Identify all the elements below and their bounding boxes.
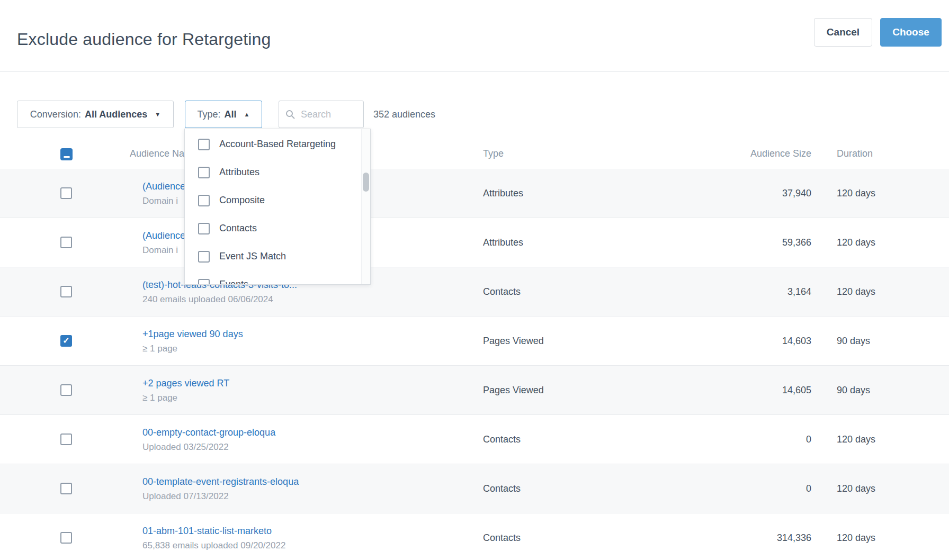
audience-size: 314,336 bbox=[777, 532, 811, 544]
audience-duration: 120 days bbox=[837, 483, 875, 494]
audience-size: 14,603 bbox=[782, 336, 811, 347]
type-option-label: Account-Based Retargeting bbox=[219, 139, 336, 150]
table-row[interactable]: (Audience Domain i Attributes 37,940 120… bbox=[0, 169, 949, 218]
type-option-checkbox[interactable] bbox=[198, 251, 210, 263]
type-dropdown-items: Account-Based Retargeting Attributes Com… bbox=[185, 130, 370, 285]
row-checkbox[interactable] bbox=[60, 187, 72, 199]
audience-subtext: 65,838 emails uploaded 09/20/2022 bbox=[142, 540, 285, 551]
audience-size: 0 bbox=[806, 483, 811, 494]
type-option-label: Event JS Match bbox=[219, 251, 286, 262]
column-header-duration: Duration bbox=[837, 148, 873, 159]
column-header-audience-size: Audience Size bbox=[750, 148, 811, 159]
type-dropdown-item[interactable]: Attributes bbox=[185, 158, 370, 186]
audience-name-cell: +1page viewed 90 days ≥ 1 page bbox=[142, 328, 243, 354]
select-all-checkbox-indeterminate[interactable] bbox=[60, 148, 73, 160]
audience-size: 37,940 bbox=[782, 188, 811, 199]
row-checkbox[interactable] bbox=[60, 286, 72, 297]
table-row[interactable]: (Audience Domain i Attributes 59,366 120… bbox=[0, 218, 949, 267]
audience-duration: 120 days bbox=[837, 286, 875, 297]
exclude-audience-modal: Exclude audience for Retargeting Cancel … bbox=[0, 0, 949, 560]
audience-duration: 120 days bbox=[837, 237, 875, 248]
audience-duration: 120 days bbox=[837, 188, 875, 199]
type-filter-value: All bbox=[225, 109, 237, 120]
type-dropdown-menu: Account-Based Retargeting Attributes Com… bbox=[184, 129, 371, 285]
type-option-checkbox[interactable] bbox=[198, 195, 210, 206]
type-option-label: Events bbox=[219, 279, 248, 285]
table-row[interactable]: +2 pages viewed RT ≥ 1 page Pages Viewed… bbox=[0, 366, 949, 415]
table-row[interactable]: (test)-hot-leads-contacts-3-visits-to...… bbox=[0, 267, 949, 317]
row-checkbox[interactable] bbox=[60, 433, 72, 445]
audience-type: Contacts bbox=[483, 286, 521, 297]
table-row[interactable]: 00-empty-contact-group-eloqua Uploaded 0… bbox=[0, 415, 949, 464]
audience-name-link[interactable]: 01-abm-101-static-list-marketo bbox=[142, 525, 285, 537]
audience-duration: 120 days bbox=[837, 434, 875, 445]
audience-name-link[interactable]: +1page viewed 90 days bbox=[142, 328, 243, 340]
audience-type: Pages Viewed bbox=[483, 385, 544, 396]
audience-type: Pages Viewed bbox=[483, 336, 544, 347]
audience-subtext: ≥ 1 page bbox=[142, 393, 229, 403]
audience-name-cell: (Audience Domain i bbox=[142, 230, 185, 256]
page-title: Exclude audience for Retargeting bbox=[17, 30, 271, 49]
audience-type: Contacts bbox=[483, 434, 521, 445]
audience-subtext: Uploaded 07/13/2022 bbox=[142, 491, 299, 502]
cancel-button[interactable]: Cancel bbox=[814, 18, 872, 47]
choose-button[interactable]: Choose bbox=[880, 18, 942, 47]
audience-subtext: Domain i bbox=[142, 245, 185, 256]
modal-header: Exclude audience for Retargeting Cancel … bbox=[0, 0, 949, 72]
audience-name-cell: 01-abm-101-static-list-marketo 65,838 em… bbox=[142, 525, 285, 551]
audience-name-cell: 00-empty-contact-group-eloqua Uploaded 0… bbox=[142, 427, 275, 453]
table-row[interactable]: 00-template-event-registrants-eloqua Upl… bbox=[0, 464, 949, 513]
audience-size: 59,366 bbox=[782, 237, 811, 248]
audience-type: Attributes bbox=[483, 237, 523, 248]
audience-name-cell: (Audience Domain i bbox=[142, 180, 185, 206]
audience-type: Contacts bbox=[483, 483, 521, 494]
type-option-checkbox[interactable] bbox=[198, 167, 210, 178]
audience-size: 0 bbox=[806, 434, 811, 445]
table-row[interactable]: 01-abm-101-static-list-marketo 65,838 em… bbox=[0, 513, 949, 560]
audience-name-cell: +2 pages viewed RT ≥ 1 page bbox=[142, 377, 229, 403]
audience-name-link[interactable]: (Audience bbox=[142, 180, 185, 192]
conversion-filter-value: All Audiences bbox=[85, 109, 147, 120]
type-dropdown-item[interactable]: Composite bbox=[185, 186, 370, 214]
conversion-filter-label: Conversion: bbox=[30, 109, 81, 120]
type-dropdown-item[interactable]: Contacts bbox=[185, 214, 370, 242]
chevron-up-icon: ▲ bbox=[244, 111, 250, 118]
row-checkbox[interactable] bbox=[60, 483, 72, 494]
search-icon bbox=[285, 110, 295, 119]
row-checkbox[interactable] bbox=[60, 532, 72, 544]
dropdown-scrollbar-thumb[interactable] bbox=[363, 173, 369, 192]
column-header-type: Type bbox=[483, 148, 504, 159]
audience-name-link[interactable]: (Audience bbox=[142, 230, 185, 241]
type-option-label: Composite bbox=[219, 195, 265, 206]
search-input[interactable] bbox=[300, 109, 357, 121]
audience-type: Attributes bbox=[483, 188, 523, 199]
audience-size: 3,164 bbox=[787, 286, 811, 297]
audience-size: 14,605 bbox=[782, 385, 811, 396]
dropdown-scrollbar-track[interactable] bbox=[361, 129, 370, 284]
type-option-checkbox[interactable] bbox=[198, 223, 210, 234]
type-option-checkbox[interactable] bbox=[198, 139, 210, 150]
audience-subtext: Domain i bbox=[142, 196, 185, 206]
audience-duration: 90 days bbox=[837, 336, 870, 347]
audience-name-cell: 00-template-event-registrants-eloqua Upl… bbox=[142, 476, 299, 502]
chevron-down-icon: ▼ bbox=[155, 111, 160, 118]
audience-name-link[interactable]: +2 pages viewed RT bbox=[142, 377, 229, 389]
row-checkbox[interactable] bbox=[60, 384, 72, 396]
table-header: Audience Name Type Audience Size Duratio… bbox=[0, 122, 949, 169]
type-dropdown-item[interactable]: Events bbox=[185, 270, 370, 285]
audience-name-link[interactable]: 00-empty-contact-group-eloqua bbox=[142, 427, 275, 438]
audience-subtext: Uploaded 03/25/2022 bbox=[142, 442, 275, 453]
type-dropdown-item[interactable]: Event JS Match bbox=[185, 242, 370, 270]
type-option-checkbox[interactable] bbox=[198, 279, 210, 285]
audience-duration: 120 days bbox=[837, 532, 875, 544]
table-rows: (Audience Domain i Attributes 37,940 120… bbox=[0, 169, 949, 560]
type-filter-label: Type: bbox=[198, 109, 221, 120]
table-row[interactable]: +1page viewed 90 days ≥ 1 page Pages Vie… bbox=[0, 317, 949, 366]
type-dropdown-item[interactable]: Account-Based Retargeting bbox=[185, 130, 370, 158]
audience-type: Contacts bbox=[483, 532, 521, 544]
row-checkbox[interactable] bbox=[60, 335, 72, 347]
row-checkbox[interactable] bbox=[60, 237, 72, 248]
audience-duration: 90 days bbox=[837, 385, 870, 396]
audience-subtext: ≥ 1 page bbox=[142, 344, 243, 354]
audience-name-link[interactable]: 00-template-event-registrants-eloqua bbox=[142, 476, 299, 487]
